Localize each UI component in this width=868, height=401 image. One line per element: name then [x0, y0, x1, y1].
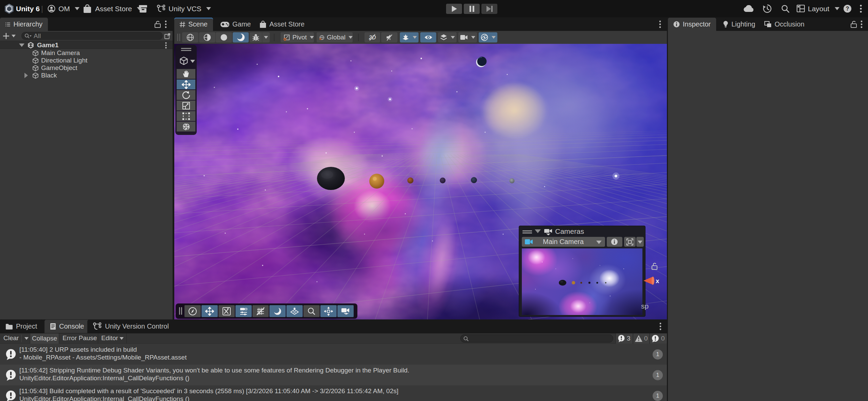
svg-text:x: x [656, 277, 659, 284]
svg-text:?: ? [846, 6, 849, 12]
